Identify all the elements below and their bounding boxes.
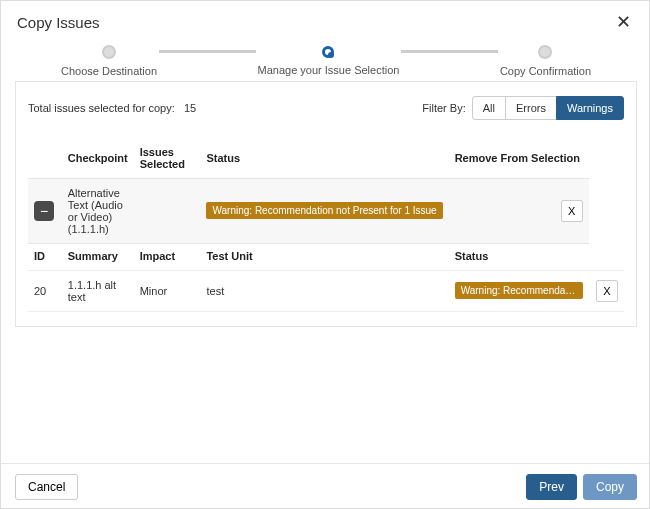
step-connector	[401, 50, 498, 53]
remove-issue-button[interactable]: X	[596, 280, 618, 302]
checkpoint-name: Alternative Text (Audio or Video) (1.1.1…	[62, 179, 134, 244]
col-status2: Status	[449, 244, 589, 271]
col-issues-selected: Issues Selected	[134, 140, 201, 179]
status-badge: Warning: Recommendati...	[455, 282, 583, 299]
col-impact: Impact	[134, 244, 201, 271]
col-remove: Remove From Selection	[449, 140, 589, 179]
modal-footer: Cancel Prev Copy	[1, 463, 650, 509]
filter-all-button[interactable]: All	[472, 96, 506, 120]
issue-id: 20	[28, 271, 62, 312]
step-dot-current-icon	[322, 46, 334, 58]
step-label: Copy Confirmation	[500, 65, 591, 77]
cancel-button[interactable]: Cancel	[15, 474, 78, 500]
step-choose-destination[interactable]: Choose Destination	[61, 45, 157, 77]
count-value: 15	[184, 102, 196, 114]
col-checkpoint: Checkpoint	[62, 140, 134, 179]
count-prefix: Total issues selected for copy:	[28, 102, 175, 114]
checkpoint-group-row: − Alternative Text (Audio or Video) (1.1…	[28, 179, 624, 244]
step-label: Manage your Issue Selection	[258, 64, 400, 76]
prev-button[interactable]: Prev	[526, 474, 577, 500]
panel: Total issues selected for copy: 15 Filte…	[15, 81, 637, 327]
issue-test-unit: test	[200, 271, 448, 312]
total-issues-label: Total issues selected for copy: 15	[28, 102, 196, 114]
step-label: Choose Destination	[61, 65, 157, 77]
stepper: Choose Destination Manage your Issue Sel…	[1, 41, 650, 81]
remove-group-button[interactable]: X	[561, 200, 583, 222]
panel-topbar: Total issues selected for copy: 15 Filte…	[28, 96, 624, 120]
filter-button-group: All Errors Warnings	[472, 96, 624, 120]
filter-errors-button[interactable]: Errors	[505, 96, 557, 120]
issue-impact: Minor	[134, 271, 201, 312]
group-header-row: Checkpoint Issues Selected Status Remove…	[28, 140, 624, 179]
modal-body: Total issues selected for copy: 15 Filte…	[1, 81, 650, 463]
col-id: ID	[28, 244, 62, 271]
status-badge: Warning: Recommendation not Present for …	[206, 202, 442, 219]
step-copy-confirmation[interactable]: Copy Confirmation	[500, 45, 591, 77]
modal-title: Copy Issues	[17, 14, 100, 31]
collapse-icon[interactable]: −	[34, 201, 54, 221]
step-dot-icon	[102, 45, 116, 59]
step-dot-icon	[538, 45, 552, 59]
footer-right-buttons: Prev Copy	[526, 474, 637, 500]
step-manage-selection[interactable]: Manage your Issue Selection	[258, 46, 400, 76]
col-test-unit: Test Unit	[200, 244, 448, 271]
group-issues-selected	[134, 179, 201, 244]
copy-button[interactable]: Copy	[583, 474, 637, 500]
filter-by-label: Filter By:	[422, 102, 465, 114]
filter-group: Filter By: All Errors Warnings	[422, 96, 624, 120]
issue-row: 20 1.1.1.h alt text Minor test Warning: …	[28, 271, 624, 312]
issue-summary: 1.1.1.h alt text	[62, 271, 134, 312]
modal-header: Copy Issues ✕	[1, 1, 650, 41]
copy-issues-modal: Copy Issues ✕ Choose Destination Manage …	[1, 1, 650, 509]
issue-subheader-row: ID Summary Impact Test Unit Status	[28, 244, 624, 271]
filter-warnings-button[interactable]: Warnings	[556, 96, 624, 120]
col-status: Status	[200, 140, 448, 179]
col-summary: Summary	[62, 244, 134, 271]
issues-table: Checkpoint Issues Selected Status Remove…	[28, 140, 624, 312]
close-icon[interactable]: ✕	[612, 11, 635, 33]
step-connector	[159, 50, 256, 53]
